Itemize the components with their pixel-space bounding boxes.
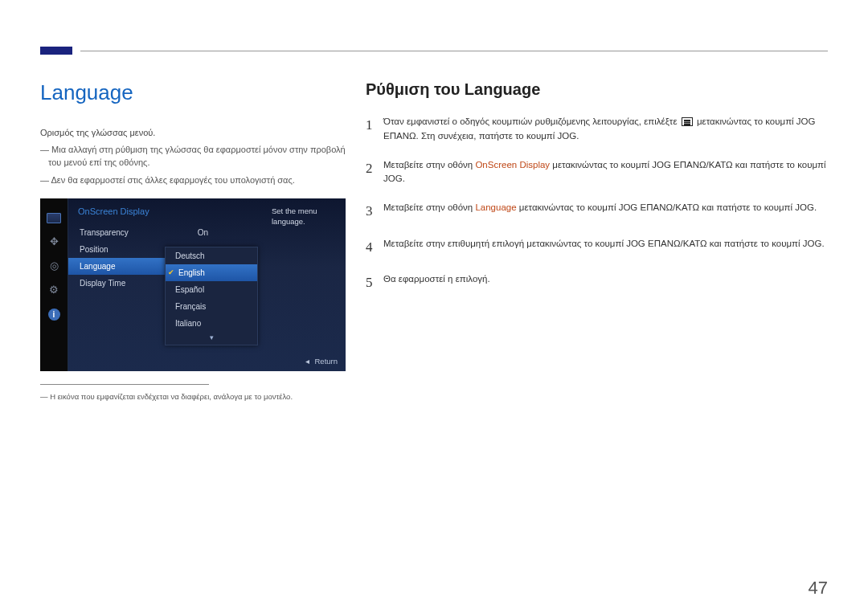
osd-menu-item[interactable]: TransparencyOn xyxy=(68,224,221,241)
step-number: 4 xyxy=(366,237,383,258)
osd-submenu-item[interactable]: Français xyxy=(166,298,257,315)
osd-main: OnScreen Display TransparencyOnPositionL… xyxy=(68,198,346,371)
osd-submenu-item[interactable]: Español xyxy=(166,281,257,298)
target-icon: ◎ xyxy=(47,260,61,272)
step: 2Μεταβείτε στην οθόνη OnScreen Display μ… xyxy=(366,158,828,187)
step: 1Όταν εμφανιστεί ο οδηγός κουμπιών ρυθμι… xyxy=(366,115,828,144)
header-rule xyxy=(80,51,828,51)
left-note: Μια αλλαγή στη ρύθμιση της γλώσσας θα εφ… xyxy=(40,144,346,170)
header-accent-bar xyxy=(40,47,72,55)
step: 5Θα εφαρμοστεί η επιλογή. xyxy=(366,272,828,293)
step-number: 2 xyxy=(366,158,383,179)
chevron-down-icon: ▾ xyxy=(166,332,257,345)
osd-menu-item-value: On xyxy=(198,228,208,237)
step-body: Μεταβείτε στην επιθυμητή επιλογή μετακιν… xyxy=(383,237,828,251)
osd-menu-item-label: Transparency xyxy=(80,228,129,237)
step-body: Μεταβείτε στην οθόνη OnScreen Display με… xyxy=(383,158,828,187)
step-body: Όταν εμφανιστεί ο οδηγός κουμπιών ρυθμιζ… xyxy=(383,115,828,144)
step-body: Θα εφαρμοστεί η επιλογή. xyxy=(383,272,828,287)
osd-submenu-item[interactable]: English xyxy=(166,264,257,281)
step-number: 1 xyxy=(366,115,383,136)
menu-icon xyxy=(682,117,693,126)
osd-icon-rail: ✥ ◎ ⚙ i xyxy=(40,198,68,371)
highlight-term: OnScreen Display xyxy=(475,160,550,170)
highlight-term: Language xyxy=(475,202,516,212)
footnote-rule xyxy=(40,384,209,385)
osd-menu-item-label: Display Time xyxy=(80,279,125,288)
left-note: Δεν θα εφαρμοστεί στις άλλες εφαρμογές τ… xyxy=(40,174,346,187)
steps-list: 1Όταν εμφανιστεί ο οδηγός κουμπιών ρυθμι… xyxy=(366,115,828,293)
step: 4Μεταβείτε στην επιθυμητή επιλογή μετακι… xyxy=(366,237,828,258)
osd-description: Set the menu language. xyxy=(272,206,338,227)
left-column: Language Ορισμός της γλώσσας μενού. Μια … xyxy=(40,80,346,402)
osd-panel: ✥ ◎ ⚙ i OnScreen Display TransparencyOnP… xyxy=(40,198,346,371)
left-notes: Μια αλλαγή στη ρύθμιση της γλώσσας θα εφ… xyxy=(40,144,346,187)
osd-submenu-item[interactable]: Italiano xyxy=(166,315,257,332)
osd-menu-item-label: Position xyxy=(80,245,108,254)
osd-submenu-item[interactable]: Deutsch xyxy=(166,247,257,264)
step-number: 3 xyxy=(366,201,383,222)
osd-submenu: DeutschEnglishEspañolFrançaisItaliano▾ xyxy=(165,247,258,345)
section-heading: Ρύθμιση του Language xyxy=(366,80,828,99)
footnote: ― Η εικόνα που εμφανίζεται ενδέχεται να … xyxy=(40,391,346,402)
step-body: Μεταβείτε στην οθόνη Language μετακινώντ… xyxy=(383,201,828,215)
osd-menu-item-label: Language xyxy=(80,262,116,271)
move-icon: ✥ xyxy=(47,236,61,247)
osd-return-label: Return xyxy=(305,357,338,366)
monitor-icon xyxy=(47,213,61,223)
page-number: 47 xyxy=(809,578,828,599)
gear-icon: ⚙ xyxy=(47,284,61,296)
page-title: Language xyxy=(40,80,346,105)
left-subtitle: Ορισμός της γλώσσας μενού. xyxy=(40,128,346,137)
step-number: 5 xyxy=(366,272,383,293)
step: 3Μεταβείτε στην οθόνη Language μετακινών… xyxy=(366,201,828,222)
info-icon: i xyxy=(48,309,60,321)
right-column: Ρύθμιση του Language 1Όταν εμφανιστεί ο … xyxy=(366,80,828,308)
